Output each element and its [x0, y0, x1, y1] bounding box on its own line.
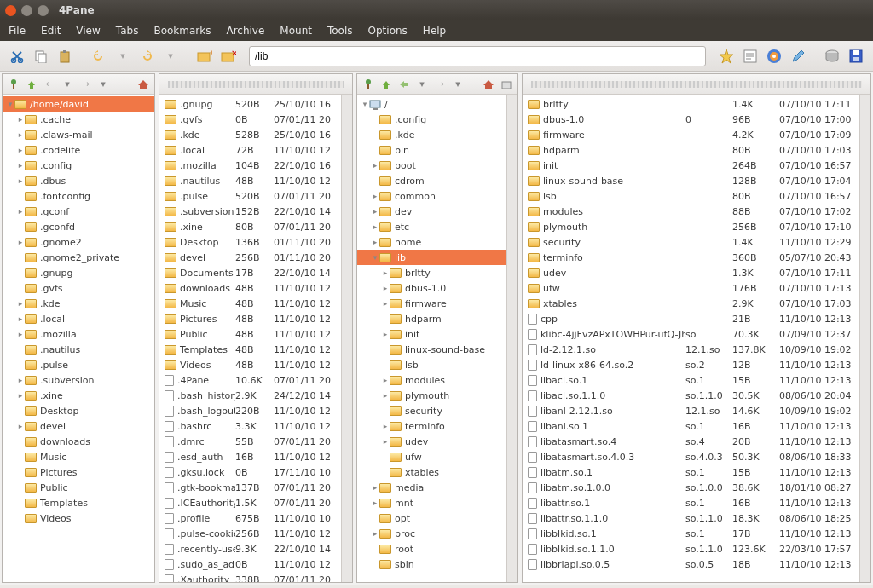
tree-item[interactable]: ufw: [357, 449, 506, 464]
tree-item[interactable]: ▸brltty: [357, 265, 506, 280]
tree-item[interactable]: root: [357, 541, 506, 556]
copy-icon[interactable]: [31, 46, 51, 66]
path-input[interactable]: [249, 46, 706, 66]
list-item[interactable]: Pictures48B11/10/10 12: [159, 311, 341, 326]
tree-item[interactable]: ▸firmware: [357, 296, 506, 311]
fwd-icon[interactable]: →: [432, 77, 448, 92]
expander-icon[interactable]: ▸: [16, 238, 25, 246]
list-item[interactable]: xtables2.9K07/10/10 17:03: [523, 296, 859, 311]
tree-item[interactable]: Public: [3, 480, 154, 495]
tree-icon[interactable]: [6, 77, 21, 92]
list-item[interactable]: libacl.so.1so.115B11/10/10 12:13: [523, 372, 859, 388]
tree-item[interactable]: ▸.mozilla: [3, 326, 154, 342]
list-item[interactable]: terminfo360B05/07/10 20:43: [523, 250, 859, 265]
tree-item[interactable]: security: [357, 403, 506, 418]
close-icon[interactable]: [5, 5, 16, 16]
tree-item[interactable]: bin: [357, 142, 506, 158]
scrollbar[interactable]: [506, 95, 517, 582]
list-item[interactable]: Desktop136B01/11/10 20: [159, 234, 341, 250]
list-item[interactable]: ld-linux-x86-64.so.2so.212B11/10/10 12:1…: [523, 357, 859, 372]
root-icon[interactable]: [499, 77, 514, 92]
list-item[interactable]: libatasmart.so.4.0.3so.4.0.350.3K08/06/1…: [523, 449, 859, 464]
left-list-view[interactable]: .gnupg520B25/10/10 16.gvfs0B07/01/11 20.…: [159, 95, 341, 582]
list-item[interactable]: .profile675B11/10/10 10: [159, 510, 341, 526]
right-list-view[interactable]: brltty1.4K07/10/10 17:11dbus-1.0096B07/1…: [523, 95, 859, 582]
tree-item[interactable]: ▸common: [357, 188, 506, 204]
tree-item[interactable]: .gvfs: [3, 280, 154, 296]
list-item[interactable]: hdparm80B07/10/10 17:03: [523, 142, 859, 158]
scrollbar[interactable]: [859, 95, 870, 582]
list-item[interactable]: .Xauthority338B07/01/11 20: [159, 572, 341, 582]
menu-archive[interactable]: Archive: [226, 25, 264, 37]
back-icon[interactable]: [396, 77, 412, 92]
list-item[interactable]: .gvfs0B07/01/11 20: [159, 112, 341, 127]
list-item[interactable]: .dmrc55B07/01/11 20: [159, 434, 341, 449]
tree-item[interactable]: ▸media: [357, 480, 506, 495]
disk-icon[interactable]: [822, 46, 842, 66]
list-item[interactable]: ufw176B07/10/10 17:13: [523, 280, 859, 296]
tree-item[interactable]: linux-sound-base: [357, 342, 506, 357]
tree-item[interactable]: Pictures: [3, 464, 154, 480]
list-item[interactable]: plymouth256B07/10/10 17:10: [523, 219, 859, 234]
editor-icon[interactable]: [740, 46, 760, 66]
list-item[interactable]: downloads48B11/10/10 12: [159, 280, 341, 296]
list-item[interactable]: devel256B01/11/10 20: [159, 250, 341, 265]
list-item[interactable]: .xine80B07/01/11 20: [159, 219, 341, 234]
expander-icon[interactable]: ▸: [16, 330, 25, 338]
tree-item[interactable]: downloads: [3, 434, 154, 449]
bookmark-icon[interactable]: [716, 46, 737, 66]
list-item[interactable]: libblkid.so.1.1.0so.1.1.0123.6K22/03/10 …: [523, 541, 859, 556]
menu-file[interactable]: File: [9, 25, 26, 37]
list-item[interactable]: .nautilus48B11/10/10 12: [159, 173, 341, 188]
list-item[interactable]: dbus-1.0096B07/10/10 17:00: [523, 112, 859, 127]
undo-menu-icon[interactable]: ▾: [113, 46, 133, 66]
expander-icon[interactable]: ▸: [381, 437, 390, 446]
expander-icon[interactable]: ▸: [381, 422, 390, 430]
list-item[interactable]: .recently-used.xbel9.3K22/10/10 14: [159, 541, 341, 556]
tree-item[interactable]: ▸.kde: [3, 296, 154, 311]
list-item[interactable]: ld-2.12.1.so12.1.so137.8K10/09/10 19:02: [523, 342, 859, 357]
list-item[interactable]: .bash_logout220B11/10/10 12: [159, 403, 341, 418]
up-icon[interactable]: [24, 77, 39, 92]
menu-help[interactable]: Help: [423, 25, 446, 37]
tree-item[interactable]: .gconfd: [3, 219, 154, 234]
list-item[interactable]: libanl-2.12.1.so12.1.so14.6K10/09/10 19:…: [523, 403, 859, 418]
list-item[interactable]: .4Pane10.6K07/01/11 20: [159, 372, 341, 388]
list-item[interactable]: .ICEauthority1.5K07/01/11 20: [159, 495, 341, 510]
list-item[interactable]: .subversion152B22/10/10 14: [159, 204, 341, 219]
list-item[interactable]: .pulse-cookie256B11/10/10 12: [159, 526, 341, 541]
minimize-icon[interactable]: [21, 5, 32, 16]
expander-icon[interactable]: ▾: [361, 100, 369, 108]
up-icon[interactable]: [379, 77, 394, 92]
list-item[interactable]: libattr.so.1.1.0so.1.1.018.3K08/06/10 18…: [523, 510, 859, 526]
list-item[interactable]: .bashrc3.3K11/10/10 12: [159, 418, 341, 434]
menu-mount[interactable]: Mount: [280, 25, 312, 37]
menu-tabs[interactable]: Tabs: [116, 25, 139, 37]
tree-item[interactable]: ▸terminfo: [357, 418, 506, 434]
list-item[interactable]: Public48B11/10/10 12: [159, 326, 341, 342]
list-item[interactable]: security1.4K11/10/10 12:29: [523, 234, 859, 250]
expander-icon[interactable]: ▸: [371, 207, 379, 216]
list-item[interactable]: firmware4.2K07/10/10 17:09: [523, 127, 859, 142]
tree-item[interactable]: ▸.dbus: [3, 173, 154, 188]
fwd-icon[interactable]: →: [78, 77, 93, 92]
fwd-menu-icon[interactable]: ▾: [450, 77, 465, 92]
list-item[interactable]: brltty1.4K07/10/10 17:11: [523, 96, 859, 112]
expander-icon[interactable]: ▸: [16, 146, 25, 154]
list-item[interactable]: klibc-4jjFvzAPxTOWHPur-ufQ-JhL76c.soso70…: [523, 326, 859, 342]
list-item[interactable]: Music48B11/10/10 12: [159, 296, 341, 311]
tree-item[interactable]: sbin: [357, 556, 506, 572]
tree-item[interactable]: ▸etc: [357, 219, 506, 234]
tree-icon[interactable]: [361, 77, 376, 92]
list-item[interactable]: libbrlapi.so.0.5so.0.518B11/10/10 12:13: [523, 556, 859, 572]
tree-item[interactable]: ▸.config: [3, 158, 154, 173]
list-item[interactable]: .pulse520B07/01/11 20: [159, 188, 341, 204]
list-item[interactable]: libblkid.so.1so.117B11/10/10 12:13: [523, 526, 859, 541]
expander-icon[interactable]: ▸: [371, 161, 379, 170]
expander-icon[interactable]: ▸: [16, 176, 25, 185]
expander-icon[interactable]: ▸: [16, 422, 25, 430]
tree-item[interactable]: .fontconfig: [3, 188, 154, 204]
menu-tools[interactable]: Tools: [327, 25, 353, 37]
tree-item[interactable]: ▸plymouth: [357, 388, 506, 403]
tree-item[interactable]: ▸init: [357, 326, 506, 342]
